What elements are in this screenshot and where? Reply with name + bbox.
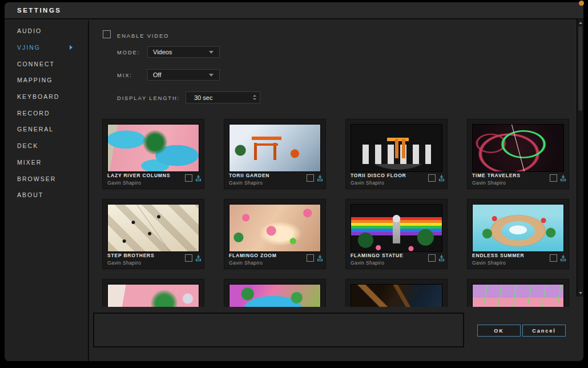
- scroll-up-icon[interactable]: [577, 19, 583, 26]
- video-thumbnail[interactable]: [229, 284, 321, 307]
- download-icon[interactable]: [316, 254, 324, 262]
- status-dot: [579, 1, 584, 6]
- video-select-checkbox[interactable]: [307, 174, 314, 182]
- video-author: Gavin Shapiro: [107, 260, 141, 266]
- video-select-checkbox[interactable]: [307, 254, 314, 262]
- sidebar-item-browser[interactable]: BROWSER: [5, 170, 88, 187]
- video-thumbnail[interactable]: [351, 204, 442, 252]
- video-author: Gavin Shapiro: [107, 180, 141, 186]
- sidebar-item-keyboard[interactable]: KEYBOARD: [5, 89, 88, 105]
- video-item[interactable]: [102, 279, 204, 307]
- video-item[interactable]: [345, 279, 448, 307]
- title-bar: SETTINGS: [5, 2, 583, 19]
- video-library-grid: LAZY RIVER COLUMNS Gavin Shapiro TORII G…: [102, 119, 573, 307]
- download-icon[interactable]: [195, 174, 202, 182]
- video-item[interactable]: ENDLESS SUMMER Gavin Shapiro: [467, 199, 569, 269]
- video-item[interactable]: STEP BROTHERS Gavin Shapiro: [102, 199, 204, 269]
- video-title: FLAMINGO STATUE: [351, 253, 403, 258]
- video-item[interactable]: TORII GARDEN Gavin Shapiro: [224, 119, 326, 189]
- video-author: Gavin Shapiro: [472, 180, 506, 186]
- video-thumbnail[interactable]: [351, 284, 442, 307]
- video-title: ENDLESS SUMMER: [472, 253, 525, 258]
- video-item[interactable]: LAZY RIVER COLUMNS Gavin Shapiro: [102, 119, 204, 189]
- enable-video-label: ENABLE VIDEO: [117, 33, 169, 39]
- mix-label: MIX:: [117, 72, 132, 78]
- video-title: TIME TRAVELERS: [472, 173, 521, 178]
- video-author: Gavin Shapiro: [229, 180, 263, 186]
- mix-dropdown[interactable]: Off: [147, 69, 220, 81]
- video-thumbnail[interactable]: [229, 124, 321, 172]
- cancel-button[interactable]: Cancel: [522, 325, 566, 337]
- sidebar-item-connect[interactable]: CONNECT: [5, 55, 88, 72]
- ok-button[interactable]: OK: [477, 325, 521, 337]
- mode-label: MODE:: [117, 49, 140, 55]
- video-select-checkbox[interactable]: [550, 174, 557, 182]
- video-select-checkbox[interactable]: [428, 254, 436, 262]
- download-icon[interactable]: [559, 254, 567, 262]
- download-icon[interactable]: [438, 174, 445, 182]
- video-item[interactable]: TIME TRAVELERS Gavin Shapiro: [467, 119, 569, 189]
- scrollbar-thumb[interactable]: [578, 26, 582, 111]
- video-title: LAZY RIVER COLUMNS: [107, 173, 170, 178]
- video-thumbnail[interactable]: [351, 124, 442, 172]
- video-author: Gavin Shapiro: [351, 180, 384, 186]
- sidebar-item-mixer[interactable]: MIXER: [5, 154, 88, 171]
- chevron-down-icon: [209, 51, 214, 54]
- sidebar-item-vjing[interactable]: VJING: [5, 39, 88, 56]
- description-box: [93, 313, 464, 347]
- video-title: FLAMINGO ZOOM: [229, 253, 277, 258]
- video-title: TORII GARDEN: [229, 173, 269, 178]
- scroll-down-icon[interactable]: [577, 290, 583, 296]
- vertical-scrollbar[interactable]: [577, 19, 583, 297]
- download-icon[interactable]: [195, 254, 202, 262]
- sidebar-item-about[interactable]: ABOUT: [5, 187, 88, 203]
- submenu-arrow-icon: [70, 45, 73, 50]
- enable-video-checkbox[interactable]: [103, 30, 111, 38]
- video-item[interactable]: TORII DISCO FLOOR Gavin Shapiro: [345, 119, 448, 189]
- video-select-checkbox[interactable]: [428, 174, 436, 182]
- download-icon[interactable]: [559, 174, 567, 182]
- video-select-checkbox[interactable]: [550, 254, 557, 262]
- video-thumbnail[interactable]: [107, 124, 199, 172]
- video-select-checkbox[interactable]: [185, 174, 192, 182]
- video-author: Gavin Shapiro: [229, 260, 263, 266]
- page-title: SETTINGS: [17, 7, 62, 14]
- stepper-arrows-icon[interactable]: [252, 92, 257, 103]
- video-author: Gavin Shapiro: [351, 260, 384, 266]
- display-length-label: DISPLAY LENGTH:: [117, 95, 180, 101]
- mode-dropdown[interactable]: Videos: [147, 46, 220, 58]
- video-thumbnail[interactable]: [472, 124, 564, 172]
- video-thumbnail[interactable]: [229, 204, 321, 252]
- video-item[interactable]: FLAMINGO ZOOM Gavin Shapiro: [224, 199, 326, 269]
- video-item[interactable]: [224, 279, 326, 307]
- sidebar-item-record[interactable]: RECORD: [5, 105, 88, 121]
- video-thumbnail[interactable]: [472, 204, 564, 252]
- video-author: Gavin Shapiro: [472, 260, 506, 266]
- video-item[interactable]: FLAMINGO STATUE Gavin Shapiro: [345, 199, 448, 269]
- display-length-stepper[interactable]: 30 sec: [186, 91, 260, 103]
- video-thumbnail[interactable]: [107, 284, 199, 307]
- download-icon[interactable]: [438, 254, 445, 262]
- settings-window: SETTINGS AUDIO VJING CONNECT MAPPING KEY…: [5, 2, 583, 361]
- video-title: TORII DISCO FLOOR: [351, 173, 406, 178]
- download-icon[interactable]: [316, 174, 324, 182]
- video-title: STEP BROTHERS: [107, 253, 155, 258]
- settings-sidebar: AUDIO VJING CONNECT MAPPING KEYBOARD REC…: [5, 21, 89, 361]
- sidebar-item-deck[interactable]: DECK: [5, 138, 88, 154]
- video-item[interactable]: [467, 279, 569, 307]
- sidebar-item-general[interactable]: GENERAL: [5, 121, 88, 138]
- sidebar-item-mapping[interactable]: MAPPING: [5, 72, 88, 89]
- vjing-settings-panel: ENABLE VIDEO MODE: Videos MIX: Off DISPL…: [90, 21, 577, 361]
- video-thumbnail[interactable]: [107, 204, 199, 252]
- chevron-down-icon: [209, 74, 214, 77]
- video-select-checkbox[interactable]: [185, 254, 192, 262]
- sidebar-item-audio[interactable]: AUDIO: [5, 23, 88, 39]
- video-thumbnail[interactable]: [472, 284, 564, 307]
